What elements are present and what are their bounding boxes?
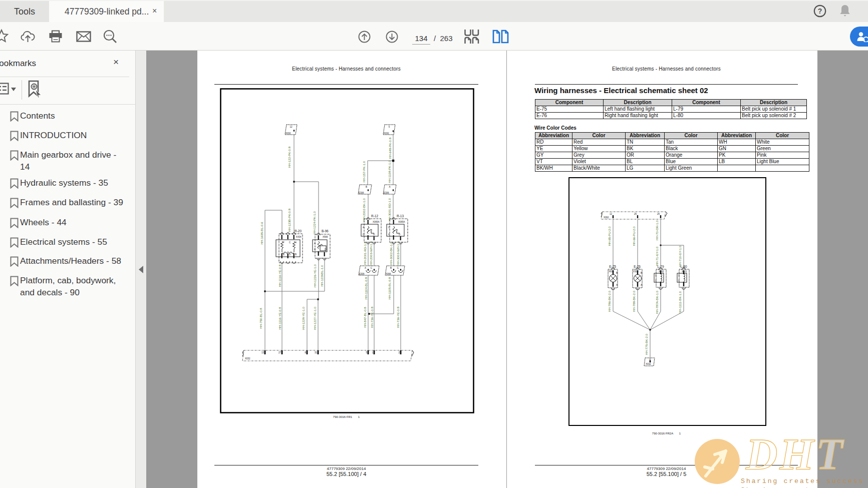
svg-text:A: A bbox=[389, 186, 390, 188]
svg-text:HH-750-BL-0.8: HH-750-BL-0.8 bbox=[259, 308, 262, 329]
svg-text:HH-1108-PK-1.0: HH-1108-PK-1.0 bbox=[388, 160, 391, 183]
svg-text:HH-847-BL-0.8: HH-847-BL-0.8 bbox=[363, 307, 367, 328]
svg-text:HH-1228-YE-1.0: HH-1228-YE-1.0 bbox=[302, 307, 305, 330]
svg-text:2: 2 bbox=[655, 279, 657, 282]
svg-text:HH-65-PU-2.0: HH-65-PU-2.0 bbox=[608, 226, 611, 246]
svg-text:E306: E306 bbox=[359, 192, 364, 194]
svg-text:HH-3001-RD-1.0: HH-3001-RD-1.0 bbox=[388, 198, 391, 221]
svg-text:12: 12 bbox=[610, 213, 613, 215]
svg-text:HH-787A-BK-1.0: HH-787A-BK-1.0 bbox=[655, 290, 659, 314]
svg-text:8: 8 bbox=[305, 351, 306, 354]
svg-text:1: 1 bbox=[655, 274, 657, 277]
svg-text:HH-1111-BK-1.0: HH-1111-BK-1.0 bbox=[678, 291, 682, 313]
svg-text:A: A bbox=[616, 284, 618, 286]
svg-text:C: C bbox=[397, 267, 399, 269]
svg-text:HH-3002-BK-1.0: HH-3002-BK-1.0 bbox=[389, 242, 393, 265]
svg-text:X065A: X065A bbox=[373, 221, 380, 223]
svg-text:HH-1116-YE-0.8: HH-1116-YE-0.8 bbox=[278, 307, 281, 329]
svg-text:HH-1116-YE-0.8: HH-1116-YE-0.8 bbox=[278, 264, 281, 287]
svg-text:D: D bbox=[399, 233, 401, 236]
svg-text:2: 2 bbox=[398, 351, 400, 354]
svg-text:HH-122-PK-0.8: HH-122-PK-0.8 bbox=[287, 146, 291, 168]
svg-text:X032: X032 bbox=[245, 357, 250, 360]
svg-text:HH-775-BK-2.0: HH-775-BK-2.0 bbox=[645, 333, 648, 355]
svg-text:A: A bbox=[363, 226, 364, 229]
svg-text:27: 27 bbox=[278, 351, 281, 354]
svg-text:5: 5 bbox=[366, 351, 367, 354]
svg-text:2: 2 bbox=[678, 279, 680, 282]
svg-text:HH-2002-BK-1.0: HH-2002-BK-1.0 bbox=[362, 198, 366, 221]
svg-text:C: C bbox=[314, 248, 316, 251]
svg-text:31: 31 bbox=[315, 351, 318, 354]
svg-text:A: A bbox=[641, 284, 642, 286]
svg-text:HH-736-YE-0.8: HH-736-YE-0.8 bbox=[370, 306, 374, 328]
svg-text:HH-1227-YE-1.0: HH-1227-YE-1.0 bbox=[313, 307, 317, 330]
svg-text:B: B bbox=[616, 272, 618, 274]
svg-text:HH-123B-PK-0.8: HH-123B-PK-0.8 bbox=[287, 208, 291, 232]
svg-text:1: 1 bbox=[372, 351, 373, 354]
svg-text:D: D bbox=[289, 253, 291, 256]
svg-text:HH-648-PK-0.8: HH-648-PK-0.8 bbox=[388, 137, 392, 159]
svg-text:13: 13 bbox=[261, 351, 264, 354]
svg-text:X502: X502 bbox=[659, 270, 664, 273]
svg-text:HH-1105-BL-0.8: HH-1105-BL-0.8 bbox=[388, 277, 391, 299]
svg-text:R-12: R-12 bbox=[371, 214, 378, 218]
svg-text:12: 12 bbox=[290, 126, 293, 128]
svg-text:HH-2003-WH-1.0: HH-2003-WH-1.0 bbox=[369, 241, 373, 265]
svg-text:B: B bbox=[390, 267, 392, 269]
svg-text:X062: X062 bbox=[604, 216, 609, 219]
svg-text:HH-3003-WH-1.0: HH-3003-WH-1.0 bbox=[396, 241, 400, 265]
svg-text:HH-157-PK-1.0: HH-157-PK-1.0 bbox=[362, 161, 366, 182]
svg-text:B: B bbox=[295, 253, 297, 256]
svg-text:HH-71-GY-1.0: HH-71-GY-1.0 bbox=[655, 246, 659, 266]
svg-text:5: 5 bbox=[389, 126, 390, 128]
svg-text:HH-1635-BL-0.6: HH-1635-BL-0.6 bbox=[260, 222, 263, 245]
svg-text:X032: X032 bbox=[646, 363, 651, 365]
svg-text:HH-2001-RD-1.0: HH-2001-RD-1.0 bbox=[363, 241, 367, 265]
svg-text:X621: X621 bbox=[682, 270, 687, 273]
svg-text:D: D bbox=[373, 233, 375, 236]
svg-text:HH-1226-YE-1.0: HH-1226-YE-1.0 bbox=[313, 264, 317, 287]
svg-text:A: A bbox=[314, 242, 316, 245]
svg-text:HH-1104-BL-0.8: HH-1104-BL-0.8 bbox=[364, 277, 368, 299]
svg-text:HH-70-OR-1.0: HH-70-OR-1.0 bbox=[655, 220, 659, 240]
svg-text:B: B bbox=[366, 186, 367, 188]
svg-text:E306: E306 bbox=[359, 273, 365, 275]
svg-text:E: E bbox=[283, 253, 284, 256]
svg-text:HH-736-YE-0.8: HH-736-YE-0.8 bbox=[396, 306, 400, 328]
svg-text:26: 26 bbox=[657, 213, 660, 215]
svg-text:R-13: R-13 bbox=[397, 214, 404, 218]
svg-text:B-96: B-96 bbox=[322, 229, 329, 233]
svg-text:?: ? bbox=[818, 7, 822, 15]
svg-text:HH-1224-PK-1.0: HH-1224-PK-1.0 bbox=[313, 211, 316, 234]
svg-text:R-20: R-20 bbox=[295, 229, 302, 233]
svg-text:X032: X032 bbox=[384, 132, 389, 135]
svg-text:HH-66-PU-2.0: HH-66-PU-2.0 bbox=[632, 226, 636, 246]
svg-text:X066: X066 bbox=[386, 273, 391, 275]
svg-text:A: A bbox=[365, 267, 366, 269]
svg-text:26: 26 bbox=[634, 213, 637, 215]
svg-text:HH-788-BK-2.0: HH-788-BK-2.0 bbox=[632, 290, 636, 312]
svg-text:B: B bbox=[641, 272, 642, 274]
svg-text:X566: X566 bbox=[323, 236, 328, 238]
svg-text:C: C bbox=[289, 241, 291, 244]
svg-text:HH-786-BK-2.0: HH-786-BK-2.0 bbox=[608, 290, 611, 312]
svg-text:1: 1 bbox=[678, 274, 680, 277]
svg-text:HH-1226BL-1.0: HH-1226BL-1.0 bbox=[320, 265, 324, 287]
svg-text:E306: E306 bbox=[384, 192, 389, 194]
svg-text:K434: K434 bbox=[296, 236, 302, 238]
svg-text:C: C bbox=[371, 267, 373, 269]
svg-text:X032: X032 bbox=[285, 132, 291, 135]
svg-text:HH-710-GY-1.0: HH-710-GY-1.0 bbox=[678, 245, 682, 267]
svg-text:X065A: X065A bbox=[398, 221, 405, 223]
svg-text:A: A bbox=[388, 233, 390, 236]
